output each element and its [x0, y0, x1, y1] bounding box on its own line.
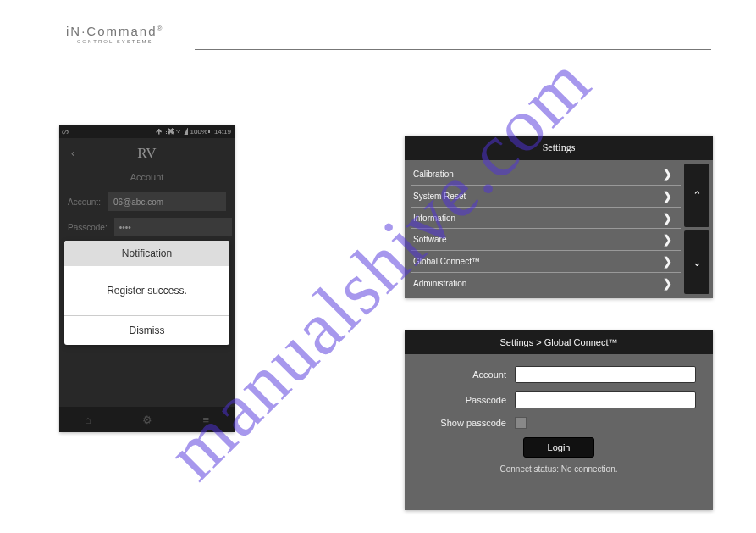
menu-item-administration[interactable]: Administration ❯ [411, 273, 681, 294]
notification-dialog: Notification Register success. Dismiss [64, 241, 229, 345]
logo-subtitle: CONTROL SYSTEMS [66, 39, 163, 44]
gc-passcode-label: Passcode [422, 395, 515, 405]
settings-panel: Settings Calibration ❯ System Reset ❯ In… [405, 136, 713, 298]
menu-label: System Reset [413, 192, 466, 201]
scroll-buttons: ⌃ ⌄ [684, 164, 709, 294]
menu-item-system-reset[interactable]: System Reset ❯ [411, 186, 681, 208]
dialog-title: Notification [64, 241, 229, 266]
gc-show-label: Show passcode [422, 418, 515, 428]
gc-passcode-row: Passcode [422, 391, 696, 408]
breadcrumb: Settings > Global Connect™ [405, 330, 713, 354]
header-rule [195, 49, 711, 50]
connect-status: Connect status: No connection. [422, 464, 696, 474]
chevron-right-icon: ❯ [663, 233, 672, 246]
chevron-up-icon: ⌃ [693, 189, 702, 202]
gc-account-row: Account [422, 366, 696, 383]
menu-label: Global Connect™ [413, 257, 480, 266]
menu-label: Software [413, 235, 446, 244]
chevron-right-icon: ❯ [663, 212, 672, 225]
global-connect-panel: Settings > Global Connect™ Account Passc… [405, 330, 713, 510]
chevron-right-icon: ❯ [663, 277, 672, 290]
chevron-right-icon: ❯ [663, 255, 672, 268]
gc-show-row: Show passcode [422, 417, 696, 429]
registered-mark: ® [157, 25, 164, 32]
chevron-right-icon: ❯ [663, 190, 672, 203]
chevron-down-icon: ⌄ [693, 256, 702, 269]
dialog-body: Register success. [64, 266, 229, 315]
menu-label: Calibration [413, 169, 454, 179]
menu-item-information[interactable]: Information ❯ [411, 208, 681, 230]
login-button[interactable]: Login [523, 437, 595, 458]
gc-passcode-input[interactable] [515, 391, 696, 408]
logo-main: iN·Command® [66, 24, 163, 38]
phone-screenshot: ᔕ ✱ ⋮✖ ᯤ ◢ 100%▮ 14:19 ‹ RV Account Acco… [59, 125, 235, 432]
gc-account-label: Account [422, 369, 515, 380]
chevron-right-icon: ❯ [663, 168, 672, 180]
menu-label: Administration [413, 279, 466, 288]
brand-logo: iN·Command® CONTROL SYSTEMS [66, 24, 163, 44]
menu-item-calibration[interactable]: Calibration ❯ [411, 164, 681, 186]
scroll-up-button[interactable]: ⌃ [684, 164, 709, 227]
menu-item-software[interactable]: Software ❯ [411, 229, 681, 251]
gc-account-input[interactable] [515, 366, 696, 383]
dismiss-button[interactable]: Dismiss [64, 315, 229, 345]
settings-menu: Calibration ❯ System Reset ❯ Information… [411, 164, 681, 294]
logo-text: iN·Command [66, 24, 157, 38]
settings-title: Settings [405, 136, 713, 160]
menu-item-global-connect[interactable]: Global Connect™ ❯ [411, 251, 681, 273]
menu-label: Information [413, 214, 455, 223]
show-passcode-checkbox[interactable] [515, 417, 527, 429]
scroll-down-button[interactable]: ⌄ [684, 230, 709, 294]
